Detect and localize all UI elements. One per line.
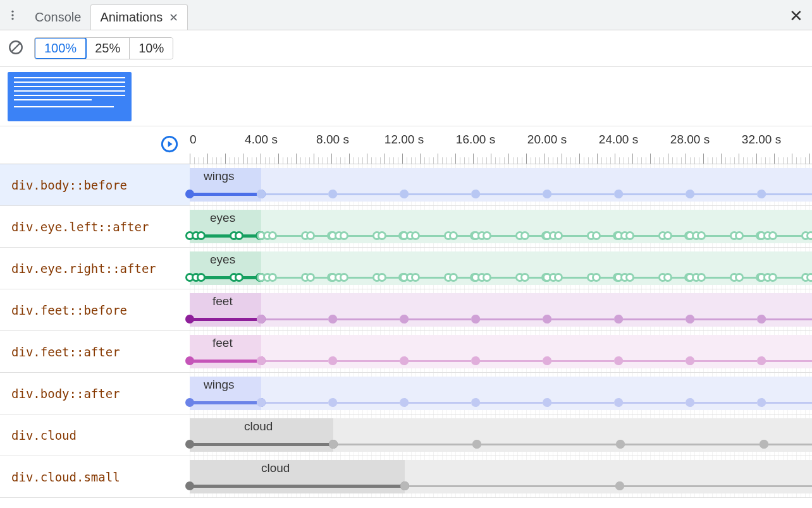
keyframe[interactable] <box>543 356 551 365</box>
keyframe[interactable] <box>554 273 563 282</box>
keyframe[interactable] <box>400 481 409 490</box>
keyframe[interactable] <box>257 190 266 198</box>
keyframe[interactable] <box>520 231 529 240</box>
animation-track[interactable]: feet <box>190 289 812 330</box>
clear-button[interactable] <box>8 39 24 58</box>
keyframe[interactable] <box>768 231 777 240</box>
keyframe[interactable] <box>757 356 766 365</box>
tab-console[interactable]: Console <box>25 4 90 30</box>
keyframe[interactable] <box>185 398 194 407</box>
keyframe[interactable] <box>554 231 563 240</box>
keyframe[interactable] <box>340 231 348 240</box>
animation-row[interactable]: div.eye.left::aftereyes <box>0 206 812 248</box>
animation-track[interactable]: eyes <box>190 206 812 247</box>
keyframe[interactable] <box>543 190 551 198</box>
keyframe[interactable] <box>663 231 672 240</box>
animation-track[interactable]: feet <box>190 331 812 372</box>
keyframe[interactable] <box>614 356 623 365</box>
keyframe[interactable] <box>400 315 409 324</box>
animation-track[interactable]: wings <box>190 373 812 414</box>
close-panel-button[interactable]: ✕ <box>789 6 803 26</box>
keyframe[interactable] <box>185 356 194 365</box>
keyframe[interactable] <box>257 398 266 407</box>
keyframe[interactable] <box>328 315 337 324</box>
timeline-ruler[interactable]: 04.00 s8.00 s12.00 s16.00 s20.00 s24.00 … <box>190 126 812 164</box>
keyframe[interactable] <box>472 440 481 449</box>
keyframe[interactable] <box>268 231 277 240</box>
keyframe[interactable] <box>185 440 194 449</box>
keyframe[interactable] <box>185 481 194 490</box>
keyframe[interactable] <box>615 481 624 490</box>
keyframe[interactable] <box>592 273 601 282</box>
keyframe[interactable] <box>471 315 480 324</box>
keyframe[interactable] <box>806 231 812 240</box>
animation-track[interactable]: cloud <box>190 456 812 497</box>
keyframe[interactable] <box>235 273 243 282</box>
keyframe[interactable] <box>543 398 551 407</box>
keyframe[interactable] <box>400 356 409 365</box>
animation-row[interactable]: div.feet::beforefeet <box>0 289 812 331</box>
keyframe[interactable] <box>378 231 386 240</box>
keyframe[interactable] <box>411 273 420 282</box>
animation-row[interactable]: div.body::afterwings <box>0 373 812 414</box>
animation-group-preview[interactable] <box>8 72 132 121</box>
keyframe[interactable] <box>614 315 623 324</box>
keyframe[interactable] <box>806 273 812 282</box>
keyframe[interactable] <box>697 231 706 240</box>
keyframe[interactable] <box>235 231 243 240</box>
keyframe[interactable] <box>268 273 277 282</box>
keyframe[interactable] <box>257 356 266 365</box>
more-menu-button[interactable] <box>0 0 25 30</box>
keyframe[interactable] <box>340 273 348 282</box>
animation-row[interactable]: div.feet::afterfeet <box>0 331 812 373</box>
keyframe[interactable] <box>400 190 409 198</box>
keyframe[interactable] <box>757 398 766 407</box>
keyframe[interactable] <box>328 190 337 198</box>
speed-25-button[interactable]: 25% <box>86 38 130 59</box>
keyframe[interactable] <box>471 356 480 365</box>
speed-10-button[interactable]: 10% <box>130 38 173 59</box>
keyframe[interactable] <box>614 190 623 198</box>
keyframe[interactable] <box>686 315 694 324</box>
keyframe[interactable] <box>592 231 601 240</box>
keyframe[interactable] <box>483 273 491 282</box>
keyframe[interactable] <box>686 190 694 198</box>
animation-track[interactable]: eyes <box>190 248 812 289</box>
keyframe[interactable] <box>663 273 672 282</box>
keyframe[interactable] <box>185 190 194 198</box>
keyframe[interactable] <box>768 273 777 282</box>
keyframe[interactable] <box>520 273 529 282</box>
keyframe[interactable] <box>625 231 634 240</box>
keyframe[interactable] <box>306 273 315 282</box>
replay-button[interactable] <box>161 135 178 155</box>
animation-row[interactable]: div.cloud.smallcloud <box>0 456 812 498</box>
keyframe[interactable] <box>543 315 551 324</box>
keyframe[interactable] <box>686 398 694 407</box>
keyframe[interactable] <box>757 190 766 198</box>
keyframe[interactable] <box>686 356 694 365</box>
animation-row[interactable]: div.cloudcloud <box>0 414 812 456</box>
keyframe[interactable] <box>757 315 766 324</box>
keyframe[interactable] <box>449 231 458 240</box>
animation-row[interactable]: div.eye.right::aftereyes <box>0 248 812 289</box>
keyframe[interactable] <box>411 231 420 240</box>
keyframe[interactable] <box>185 315 194 324</box>
animation-row[interactable]: div.body::beforewings <box>0 164 812 206</box>
animation-track[interactable]: wings <box>190 164 812 205</box>
keyframe[interactable] <box>378 273 386 282</box>
close-tab-icon[interactable]: ✕ <box>169 11 178 25</box>
keyframe[interactable] <box>471 398 480 407</box>
tab-animations[interactable]: Animations ✕ <box>90 4 188 30</box>
keyframe[interactable] <box>328 398 337 407</box>
keyframe[interactable] <box>257 315 266 324</box>
keyframe[interactable] <box>197 273 206 282</box>
keyframe[interactable] <box>400 398 409 407</box>
keyframe[interactable] <box>697 273 706 282</box>
keyframe[interactable] <box>625 273 634 282</box>
keyframe[interactable] <box>735 273 744 282</box>
keyframe[interactable] <box>449 273 458 282</box>
keyframe[interactable] <box>329 440 338 449</box>
keyframe[interactable] <box>616 440 625 449</box>
keyframe[interactable] <box>471 190 480 198</box>
keyframe[interactable] <box>614 398 623 407</box>
